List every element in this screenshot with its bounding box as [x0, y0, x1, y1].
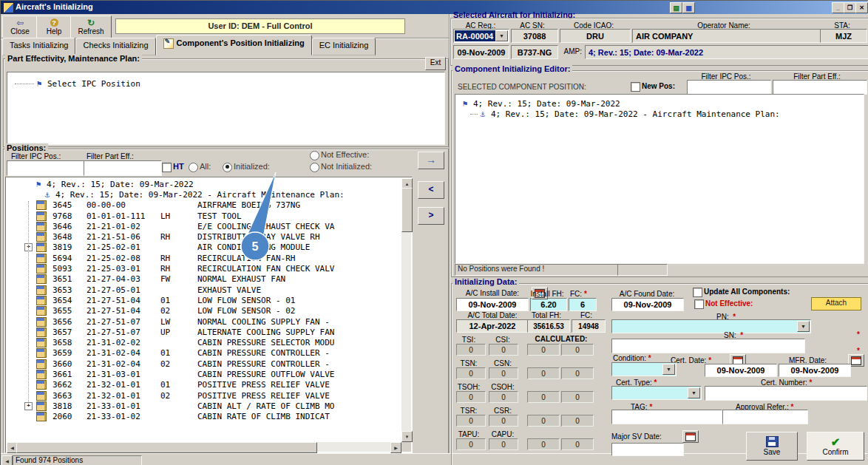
- scroll-right-button[interactable]: ▶: [390, 442, 401, 453]
- not-effective-radio[interactable]: [310, 151, 319, 160]
- ac-found-date-field[interactable]: 09-Nov-2009: [611, 298, 684, 311]
- dropdown-arrow-icon[interactable]: ▼: [797, 321, 810, 332]
- update-all-components-checkbox[interactable]: [693, 288, 702, 297]
- position-row[interactable]: + 3645 00-00-00 AIRFRAME BOEING 737NG: [7, 200, 401, 211]
- position-row[interactable]: + 3819 21-25-02-01 AIR CONDITIONING MODU…: [7, 242, 401, 253]
- status-scroll-left-button[interactable]: ◀: [1, 455, 13, 465]
- horizontal-scrollbar[interactable]: ◀ ▶: [7, 442, 401, 452]
- install-fc-field[interactable]: 6: [569, 298, 597, 311]
- expand-icon[interactable]: +: [24, 402, 33, 410]
- editor-status-extra: [617, 264, 668, 276]
- tab-ec-initializing[interactable]: EC Initializing: [312, 38, 376, 55]
- filter-ipc-input[interactable]: [7, 160, 85, 176]
- ext-button[interactable]: Ext: [425, 57, 446, 70]
- editor-filter-part-input[interactable]: [773, 80, 867, 95]
- vertical-scrollbar[interactable]: ▲ ▼: [401, 178, 411, 442]
- not-initialized-radio[interactable]: [310, 163, 319, 172]
- part-effectivity-tree[interactable]: ⚑ Select IPC Position: [7, 72, 445, 145]
- approval-refer-input[interactable]: [722, 410, 808, 424]
- calculated-value-1: 0: [527, 344, 560, 356]
- cert-number-input[interactable]: [705, 386, 867, 401]
- move-right-button[interactable]: >: [418, 207, 444, 225]
- status-found-positions: Found 974 Positions: [13, 455, 142, 465]
- position-row[interactable]: + 5093 21-25-03-01 RH RECIRCULATION FAN …: [7, 263, 401, 274]
- callout-pointer: [246, 172, 276, 241]
- close-window-button[interactable]: ✕: [855, 2, 868, 13]
- position-row[interactable]: + 3655 21-27-51-04 02 LOW FLOW SENSOR - …: [7, 306, 401, 316]
- cert-date-field[interactable]: 09-Nov-2009: [705, 364, 777, 377]
- position-row[interactable]: + 3657 21-27-51-07 UP ALTERNATE COOLING …: [7, 327, 401, 337]
- cert-type-combo[interactable]: ▼: [611, 386, 702, 400]
- titlebar-tool-button-2[interactable]: ▦: [682, 2, 695, 13]
- dropdown-arrow-icon[interactable]: ▼: [662, 364, 675, 375]
- editor-filter-ipc-input[interactable]: [687, 80, 771, 95]
- vscroll-thumb[interactable]: [401, 188, 413, 232]
- position-pos: UP: [160, 327, 197, 337]
- ac-install-date-field[interactable]: 09-Nov-2009: [456, 298, 529, 311]
- position-row[interactable]: + 3663 21-32-01-01 02 POSITIVE PRESS REL…: [7, 390, 401, 401]
- confirm-button[interactable]: ✔ Confirm: [807, 432, 864, 461]
- ac-reg-value: RA-00004: [455, 30, 496, 41]
- position-ata: 21-27-05-01: [87, 285, 160, 295]
- refresh-button[interactable]: ↻ Refresh: [70, 16, 112, 38]
- minimize-button[interactable]: _: [832, 2, 844, 13]
- ht-checkbox[interactable]: [162, 163, 172, 172]
- position-row[interactable]: + 3648 21-21-51-06 RH DISTRIBUTION BAY V…: [7, 231, 401, 242]
- tab-checks-initializing[interactable]: Checks Initializing: [75, 38, 155, 55]
- position-row[interactable]: + 3661 21-31-03-01 CABIN PRESSURE OUTFLO…: [7, 369, 401, 379]
- major-sv-date-calendar-button[interactable]: [682, 430, 699, 443]
- position-row[interactable]: + 9768 01-01-01-111 LH TEST TOOL: [7, 211, 401, 221]
- condition-combo[interactable]: ▼: [611, 362, 677, 376]
- position-row[interactable]: + 2060 21-33-01-02 CABIN RATE OF CLIMB I…: [7, 412, 401, 422]
- filter-part-input[interactable]: [84, 160, 162, 176]
- help-button[interactable]: ? Help: [36, 16, 72, 38]
- titlebar[interactable]: Aircraft's Initializing ▤ ▦ _ ❐ ✕: [1, 1, 867, 14]
- position-row[interactable]: + 3662 21-32-01-01 01 POSITIVE PRESS REL…: [7, 380, 401, 390]
- positions-amp-node[interactable]: ⚓ 4; Rev.: 15; Date: 09-Mar-2022 - Aircr…: [7, 189, 401, 200]
- position-row[interactable]: + 3658 21-31-02-02 CABIN PRESSURE SELECT…: [7, 337, 401, 347]
- install-fh-field[interactable]: 6.20: [530, 298, 567, 311]
- dropdown-arrow-icon[interactable]: ▼: [688, 387, 700, 398]
- editor-root-node[interactable]: ⚑ 4; Rev.: 15; Date: 09-Mar-2022: [460, 98, 864, 109]
- editor-tree[interactable]: ⚑ 4; Rev.: 15; Date: 09-Mar-2022 ⚓ 4; Re…: [455, 94, 864, 264]
- tab-tasks-initializing[interactable]: Tasks Initializing: [2, 38, 75, 55]
- editor-amp-node[interactable]: ⚓ 4; Rev.: 15; Date: 09-Mar-2022 - Aircr…: [455, 109, 864, 119]
- select-ipc-position-node[interactable]: Select IPC Position: [47, 79, 140, 89]
- callout-number: 5: [252, 240, 259, 253]
- positions-list[interactable]: ⚑ 4; Rev.: 15; Date: 09-Mar-2022 ⚓ 4; Re…: [5, 177, 413, 453]
- tab-components-position-initializing[interactable]: Component's Position Initializing: [156, 35, 312, 55]
- restore-button[interactable]: ❐: [844, 2, 856, 13]
- position-row[interactable]: + 3646 21-21-01-02 E/E COOLING EXHAUST C…: [7, 221, 401, 231]
- mfr-date-field[interactable]: 09-Nov-2009: [779, 364, 851, 377]
- move-left-button[interactable]: <: [418, 181, 444, 199]
- position-row[interactable]: + 3659 21-31-02-04 01 CABIN PRESSURE CON…: [7, 348, 401, 359]
- major-sv-date-field[interactable]: [611, 443, 684, 456]
- sn-input[interactable]: [611, 339, 805, 353]
- all-radio[interactable]: [189, 163, 198, 172]
- position-row[interactable]: + 3654 21-27-51-04 01 LOW FLOW SENSOR - …: [7, 295, 401, 305]
- save-button[interactable]: Save: [746, 432, 798, 461]
- position-row[interactable]: + 3651 21-27-04-03 FW NORMAL EXHAUST FAN: [7, 274, 401, 285]
- attach-button[interactable]: Attach: [811, 297, 861, 310]
- install-date-field: 09-Nov-2009: [453, 45, 509, 59]
- move-to-editor-button[interactable]: →: [418, 152, 444, 169]
- amp-node-label: 4; Rev.: 15; Date: 09-Mar-2022 - Aircraf…: [55, 190, 345, 200]
- amp-label: AMP:: [554, 47, 582, 55]
- titlebar-tool-button-1[interactable]: ▤: [670, 2, 682, 13]
- scroll-down-button[interactable]: ▼: [401, 431, 413, 442]
- close-button[interactable]: ⇦ Close: [2, 16, 38, 38]
- positions-root-node[interactable]: ⚑ 4; Rev.: 15; Date: 09-Mar-2022: [7, 179, 401, 189]
- position-row[interactable]: + 3653 21-27-05-01 EXHAUST VALVE: [7, 285, 401, 295]
- refresh-button-label: Refresh: [78, 27, 104, 35]
- dropdown-arrow-icon[interactable]: ▼: [495, 30, 508, 41]
- new-pos-checkbox[interactable]: [631, 82, 640, 92]
- pn-combo[interactable]: ▼: [611, 319, 811, 333]
- position-row[interactable]: + 5694 21-25-02-08 RH RECIRCULATION FAN-…: [7, 253, 401, 263]
- not-effective-checkbox[interactable]: [694, 299, 704, 309]
- hscroll-thumb[interactable]: [16, 442, 317, 453]
- position-row[interactable]: + 3818 21-33-01-01 CABIN ALT / RATE OF C…: [7, 401, 401, 411]
- tag-input[interactable]: [611, 410, 722, 424]
- position-row[interactable]: + 3660 21-31-02-04 02 CABIN PRESSURE CON…: [7, 359, 401, 369]
- position-row[interactable]: + 3656 21-27-51-07 LW NORMAL COOLING SUP…: [7, 316, 401, 327]
- ac-reg-combo[interactable]: RA-00004 ▼: [453, 29, 509, 43]
